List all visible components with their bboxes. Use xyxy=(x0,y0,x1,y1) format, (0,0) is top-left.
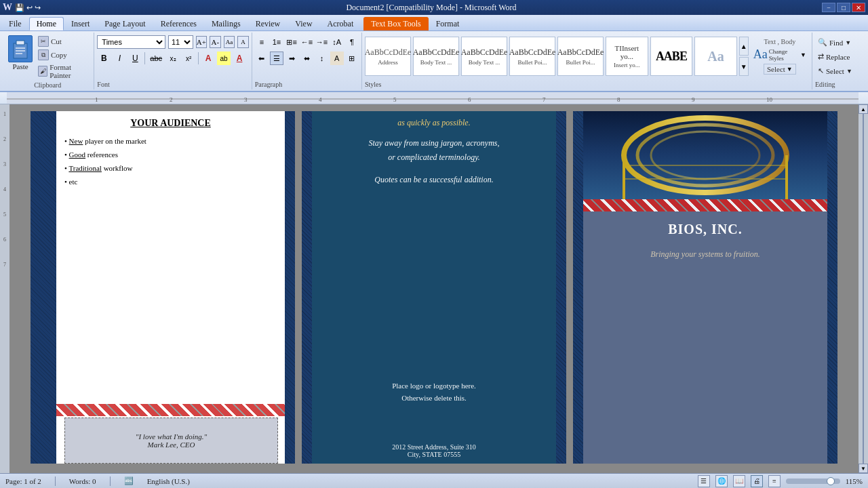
styles-scroll-up[interactable]: ▲ xyxy=(739,37,749,56)
cut-button[interactable]: ✂ Cut xyxy=(37,35,90,47)
style-address-text: AaBbCcDdEe xyxy=(365,47,412,58)
subscript-button[interactable]: x₂ xyxy=(166,52,180,65)
tab-review[interactable]: Review xyxy=(248,17,288,30)
strikethrough-button[interactable]: abc xyxy=(148,52,164,65)
scroll-up-button[interactable]: ▲ xyxy=(859,104,868,114)
page1-quote-box[interactable]: "I love what I'm doing." Mark Lee, CEO xyxy=(64,418,278,464)
view-web-button[interactable]: 🌐 xyxy=(715,475,728,487)
numbering-button[interactable]: 1≡ xyxy=(270,35,283,49)
text-effects-button[interactable]: A xyxy=(201,52,215,65)
text-highlight-button[interactable]: ab xyxy=(217,52,231,65)
decrease-indent-button[interactable]: ←≡ xyxy=(300,35,313,49)
tab-home[interactable]: Home xyxy=(29,17,64,30)
style-body-text-2[interactable]: AaBbCcDdEe Body Text ... xyxy=(461,37,507,76)
paragraph-group-label: Paragraph xyxy=(255,79,359,88)
tab-text-box-tools[interactable]: Text Box Tools xyxy=(363,17,428,30)
zoom-slider[interactable] xyxy=(786,479,840,484)
style-body-text-1[interactable]: AaBbCcDdEe Body Text ... xyxy=(413,37,459,76)
tab-insert[interactable]: Insert xyxy=(64,17,97,30)
style-bullet-1[interactable]: AaBbCcDdEe Bullet Poi... xyxy=(509,37,555,76)
scroll-down-button[interactable]: ▼ xyxy=(859,464,868,473)
tab-file[interactable]: File xyxy=(1,17,29,30)
close-button[interactable]: ✕ xyxy=(852,3,865,12)
font-size-decrease[interactable]: A- xyxy=(210,36,221,48)
show-formatting-button[interactable]: ¶ xyxy=(345,35,359,49)
change-styles-button[interactable]: Aa Change Styles ▼ xyxy=(753,47,806,62)
increase-indent-button[interactable]: →≡ xyxy=(315,35,328,49)
multilevel-list-button[interactable]: ⊞≡ xyxy=(285,35,298,49)
bullets-button[interactable]: ≡ xyxy=(255,35,269,49)
select-button[interactable]: Select ▼ xyxy=(764,64,796,75)
horizontal-ruler: 1 2 3 4 5 6 7 8 9 10 xyxy=(0,92,868,104)
svg-text:6: 6 xyxy=(468,96,471,103)
tab-view[interactable]: View xyxy=(288,17,319,30)
change-case-button[interactable]: Aa xyxy=(224,36,235,48)
zoom-thumb[interactable] xyxy=(827,477,835,485)
page2-logo-area: Place logo or logotype here. Otherwise d… xyxy=(346,375,522,409)
minimize-button[interactable]: − xyxy=(822,3,835,12)
italic-button[interactable]: I xyxy=(113,52,126,65)
copy-button[interactable]: ⧉ Copy xyxy=(37,49,90,61)
font-color-button[interactable]: A xyxy=(233,52,246,65)
scissors-icon: ✂ xyxy=(38,36,49,47)
undo-icon[interactable]: ↩ xyxy=(26,3,33,12)
replace-icon: ⇄ xyxy=(818,52,824,61)
zoom-level: 115% xyxy=(846,477,863,485)
tab-format[interactable]: Format xyxy=(429,17,467,30)
borders-button[interactable]: ⊞ xyxy=(345,52,359,65)
format-painter-button[interactable]: 🖌 Format Painter xyxy=(37,62,90,80)
window-controls: − □ ✕ xyxy=(822,3,865,12)
clear-format-button[interactable]: A xyxy=(237,36,249,48)
word-count: Words: 0 xyxy=(69,477,96,485)
select-edit-button[interactable]: ↖ Select ▼ xyxy=(815,65,864,77)
change-styles-area: Text , Body Aa Change Styles ▼ Select ▼ xyxy=(751,37,809,76)
page2-intro-text: as quickly as possible. xyxy=(322,117,546,129)
bold-button[interactable]: B xyxy=(97,52,111,65)
underline-button[interactable]: U xyxy=(128,52,142,65)
view-normal-button[interactable]: ☰ xyxy=(698,475,710,487)
spell-check-icon[interactable]: 🔤 xyxy=(124,476,134,485)
replace-button[interactable]: ⇄ Replace xyxy=(815,51,864,62)
scroll-thumb[interactable] xyxy=(863,114,864,464)
line-spacing-button[interactable]: ↕ xyxy=(315,52,328,65)
view-read-button[interactable]: 📖 xyxy=(733,475,745,487)
style-aa[interactable]: Aa xyxy=(694,37,737,76)
style-big[interactable]: AABE xyxy=(650,37,693,76)
view-outline-button[interactable]: ≡ xyxy=(768,475,781,487)
sort-button[interactable]: ↕A xyxy=(330,35,344,49)
tab-mailings[interactable]: Mailings xyxy=(204,17,248,30)
tab-acrobat[interactable]: Acrobat xyxy=(320,17,361,30)
maximize-button[interactable]: □ xyxy=(837,3,850,12)
align-right-button[interactable]: ➡ xyxy=(285,52,298,65)
tab-format-label: Format xyxy=(436,19,460,29)
redo-icon[interactable]: ↪ xyxy=(35,3,41,12)
page1-quote-text: "I love what I'm doing." Mark Lee, CEO xyxy=(136,432,207,449)
vertical-scrollbar[interactable]: ▲ ▼ xyxy=(859,104,868,473)
paste-button[interactable]: Paste xyxy=(5,34,35,72)
style-bullet-2-text: AaBbCcDdEe xyxy=(557,47,604,58)
shading-button[interactable]: A xyxy=(330,52,344,65)
justify-button[interactable]: ⬌ xyxy=(300,52,313,65)
align-left-button[interactable]: ⬅ xyxy=(255,52,269,65)
style-address[interactable]: AaBbCcDdEe Address xyxy=(365,37,411,76)
tab-references[interactable]: References xyxy=(153,17,204,30)
clipboard-content: Paste ✂ Cut ⧉ Copy 🖌 Format Painter xyxy=(5,34,90,80)
font-size-increase[interactable]: A+ xyxy=(196,36,208,48)
superscript-button[interactable]: x² xyxy=(182,52,195,65)
word-logo: W xyxy=(3,2,12,13)
style-insert[interactable]: ΤΙInsert yo... Insert yo... xyxy=(606,37,648,76)
change-styles-icon: Aa xyxy=(753,47,768,62)
styles-scroll-down[interactable]: ▼ xyxy=(739,57,749,76)
status-right: ☰ 🌐 📖 🖨 ≡ 115% xyxy=(698,475,863,487)
tab-page-layout[interactable]: Page Layout xyxy=(97,17,153,30)
align-center-button[interactable]: ☰ xyxy=(270,52,283,65)
view-print-button[interactable]: 🖨 xyxy=(751,475,763,487)
save-icon[interactable]: 💾 xyxy=(15,3,24,12)
separator-1 xyxy=(144,52,145,64)
font-size-select[interactable]: 11 xyxy=(168,35,193,49)
find-button[interactable]: 🔍 Find ▼ xyxy=(815,37,864,48)
font-name-select[interactable]: Times xyxy=(97,35,165,49)
text-body-label[interactable]: Text , Body xyxy=(764,38,795,45)
page1-red-stripe xyxy=(56,404,285,416)
style-bullet-2[interactable]: AaBbCcDdEe Bullet Poi... xyxy=(557,37,604,76)
